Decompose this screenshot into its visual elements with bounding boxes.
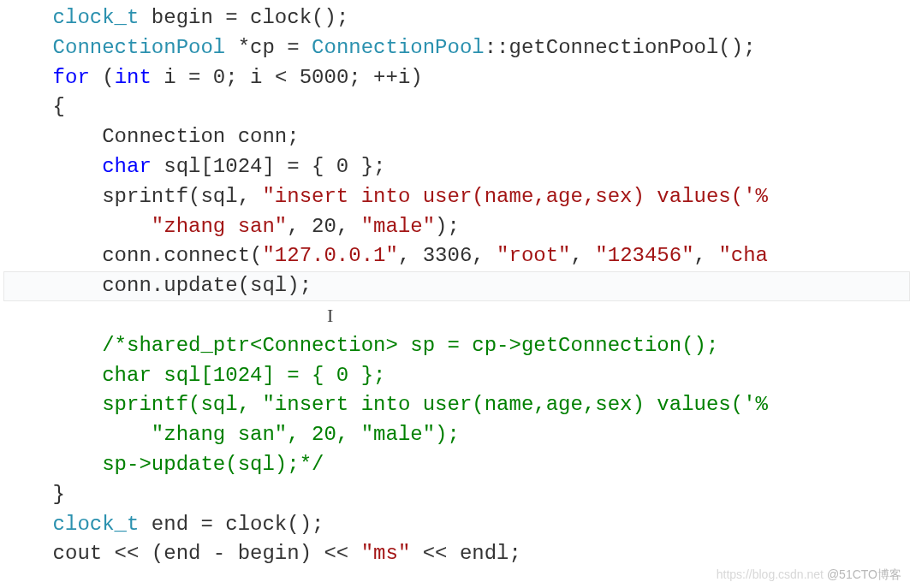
code-line: sprintf(sql, "insert into user(name,age,… [3, 393, 768, 416]
code-line: "zhang san", 20, "male"); [3, 423, 460, 446]
code-line: conn.connect("127.0.0.1", 3306, "root", … [3, 244, 768, 267]
code-line: ConnectionPool *cp = ConnectionPool::get… [3, 36, 756, 59]
watermark-url: https://blog.csdn.net [717, 567, 824, 581]
code-line: clock_t end = clock(); [3, 513, 324, 536]
code-line: char sql[1024] = { 0 }; [3, 364, 385, 387]
watermark: https://blog.csdn.net @51CTO博客 [717, 567, 901, 583]
code-line: } [3, 483, 65, 506]
watermark-site: @51CTO博客 [827, 567, 901, 581]
code-line: "zhang san", 20, "male"); [3, 215, 460, 238]
code-line: cout << (end - begin) << "ms" << endl; [3, 542, 521, 565]
code-line: char sql[1024] = { 0 }; [3, 155, 385, 178]
code-line: sprintf(sql, "insert into user(name,age,… [3, 185, 768, 208]
code-line: sp->update(sql);*/ [3, 453, 324, 476]
code-line: clock_t begin = clock(); [3, 6, 348, 29]
code-line-active: conn.update(sql); [3, 271, 910, 301]
code-editor[interactable]: clock_t begin = clock(); ConnectionPool … [0, 0, 910, 569]
code-line: /*shared_ptr<Connection> sp = cp->getCon… [3, 334, 718, 357]
code-line: for (int i = 0; i < 5000; ++i) [3, 66, 423, 89]
code-line: Connection conn; [3, 125, 300, 148]
code-line: { [3, 95, 65, 118]
